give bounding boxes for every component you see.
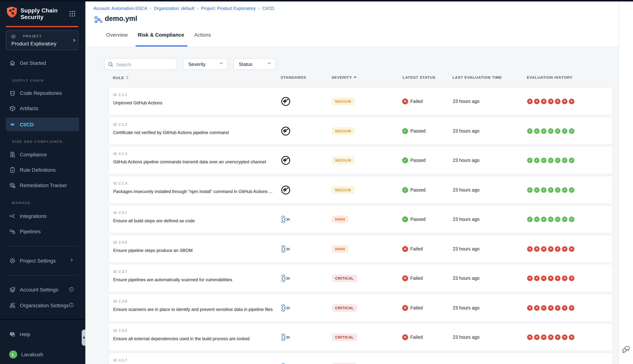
breadcrumb-separator-icon: › xyxy=(150,6,151,11)
sidebar-item-help[interactable]: ? Help xyxy=(6,328,79,340)
history-pass-icon: ✓ xyxy=(562,128,568,134)
sidebar-item-code-repositories[interactable]: Code Repositories xyxy=(6,87,79,99)
severity-badge: MEDIUM xyxy=(332,156,354,164)
severity-badge: MEDIUM xyxy=(332,98,354,105)
history-fail-icon: ✕ xyxy=(534,334,540,340)
chevron-down-icon xyxy=(267,61,272,68)
breadcrumb-project[interactable]: Project: Product Exploratory xyxy=(201,6,256,11)
severity-filter-dropdown[interactable]: Severity xyxy=(183,58,228,70)
svg-text:CIS: CIS xyxy=(284,247,290,251)
page-header: Account: Automation-SSCA › Organization:… xyxy=(85,2,618,47)
project-selector[interactable]: PROJECT Product Exploratory xyxy=(6,30,78,50)
column-header-evaluation-history[interactable]: EVALUATION HISTORY xyxy=(527,75,572,80)
sidebar-item-cicd[interactable]: CI/CD xyxy=(6,118,79,131)
clipboard-check-icon xyxy=(9,166,16,173)
history-pass-icon: ✓ xyxy=(569,187,574,192)
rule-name: Certificate not verified by GitHub Actio… xyxy=(113,130,229,135)
owasp-icon xyxy=(281,156,291,165)
sidebar-divider xyxy=(6,246,78,246)
latest-status: ✓Passed xyxy=(402,216,426,222)
column-header-severity[interactable]: SEVERITY xyxy=(332,75,357,80)
module-grid-icon[interactable] xyxy=(69,10,76,18)
tab-risk-compliance[interactable]: Risk & Compliance xyxy=(138,32,184,38)
tab-overview[interactable]: Overview xyxy=(106,32,128,38)
history-fail-icon: ✕ xyxy=(527,305,533,310)
chat-support-icon[interactable] xyxy=(622,345,630,355)
sidebar-item-label: Help xyxy=(20,332,30,337)
sidebar-item-compliance[interactable]: Compliance xyxy=(6,148,79,161)
organization-chart-icon xyxy=(9,302,16,309)
sidebar-item-label: Compliance xyxy=(20,152,47,158)
sidebar-item-rule-definitions[interactable]: Rule Definitions xyxy=(6,164,79,176)
table-row[interactable]: Id: 2.4.2 Ensure all external dependenci… xyxy=(108,323,613,351)
table-row[interactable]: Id: 3.1.7 CIS CRITICAL ✕Failed 23 hours … xyxy=(108,353,613,364)
table-row[interactable]: Id: 2.3.1 Ensure all build steps are def… xyxy=(108,205,613,233)
history-fail-icon: ✕ xyxy=(541,276,546,281)
latest-status: ✕Failed xyxy=(402,98,423,104)
rule-id: Id: 2.3.7 xyxy=(113,269,127,274)
app-title-line1: Supply Chain xyxy=(20,7,58,14)
sidebar-collapse-handle[interactable] xyxy=(82,330,85,346)
user-menu[interactable]: L Lavakush xyxy=(6,348,79,361)
project-cube-icon xyxy=(11,34,16,40)
sidebar-item-artifacts[interactable]: Artifacts xyxy=(6,102,79,114)
sort-icon xyxy=(126,75,129,80)
breadcrumb-account[interactable]: Account: Automation-SSCA xyxy=(94,6,147,11)
evaluation-time: 23 hours ago xyxy=(453,99,480,104)
artifacts-box-icon xyxy=(9,105,16,112)
sidebar-item-label: Project Settings xyxy=(20,258,56,264)
cis-icon: CIS xyxy=(281,214,291,224)
history-fail-icon: ✕ xyxy=(555,98,560,104)
table-row[interactable]: Id: 2.3.7 Ensure pipelines are automatic… xyxy=(108,264,613,292)
history-pass-icon: ✓ xyxy=(555,216,560,222)
history-fail-icon: ✕ xyxy=(541,334,546,340)
sidebar-item-integrations[interactable]: Integrations xyxy=(6,210,79,222)
failed-icon: ✕ xyxy=(402,334,408,340)
table-row[interactable]: Id: 2.4.6 Ensure pipeline steps produce … xyxy=(108,235,613,263)
brand-divider xyxy=(6,26,78,27)
table-row[interactable]: Id: 2.1.3 GitHub Actions pipeline comman… xyxy=(108,146,613,174)
evaluation-time: 23 hours ago xyxy=(453,246,480,252)
passed-icon: ✓ xyxy=(402,187,408,193)
table-row[interactable]: Id: 2.1.2 Certificate not verified by Gi… xyxy=(108,117,613,145)
status-filter-dropdown[interactable]: Status xyxy=(233,58,276,70)
status-text: Failed xyxy=(410,276,423,281)
sidebar-item-label: Pipelines xyxy=(20,228,41,234)
breadcrumb-cicd[interactable]: CI/CD xyxy=(262,6,274,11)
home-icon xyxy=(9,60,16,66)
info-icon[interactable] xyxy=(69,286,74,293)
sidebar-item-project-settings[interactable]: Project Settings xyxy=(6,254,79,267)
column-header-rule[interactable]: RULE xyxy=(113,75,129,80)
sidebar-item-get-started[interactable]: Get Started xyxy=(6,57,79,69)
search-input[interactable] xyxy=(116,59,176,70)
tab-actions[interactable]: Actions xyxy=(194,32,211,38)
column-header-standards[interactable]: STANDARDS xyxy=(280,75,306,80)
sidebar-item-account-settings[interactable]: Account Settings xyxy=(6,284,79,296)
info-icon[interactable] xyxy=(69,302,74,308)
history-fail-icon: ✕ xyxy=(562,305,568,310)
table-row[interactable]: Id: 2.1.4 Packages insecurely installed … xyxy=(108,176,613,204)
sidebar-item-pipelines[interactable]: Pipelines xyxy=(6,225,79,238)
severity-filter-label: Severity xyxy=(188,61,206,67)
status-text: Failed xyxy=(410,334,423,340)
history-pass-icon: ✓ xyxy=(541,187,546,192)
svg-text:CIS: CIS xyxy=(284,276,290,280)
history-fail-icon: ✕ xyxy=(555,276,560,281)
column-header-latest-status[interactable]: LATEST STATUS xyxy=(402,75,436,80)
sidebar-item-label: Get Started xyxy=(20,60,46,66)
owasp-icon xyxy=(281,96,291,106)
table-row[interactable]: Id: 2.3.8 Ensure scanners are in place t… xyxy=(108,294,613,322)
sort-desc-icon xyxy=(354,76,357,78)
history-pass-icon: ✓ xyxy=(555,158,560,163)
table-row[interactable]: Id: 2.1.1 Unpinned GitHub Actions MEDIUM… xyxy=(108,87,613,115)
sidebar-item-organization-settings[interactable]: Organization Settings xyxy=(6,299,79,312)
svg-text:CIS: CIS xyxy=(284,217,290,221)
history-pass-icon: ✓ xyxy=(562,187,568,192)
history-fail-icon: ✕ xyxy=(555,305,560,310)
column-header-last-evaluation-time[interactable]: LAST EVALUATION TIME xyxy=(452,75,502,80)
severity-badge: CRITICAL xyxy=(332,274,357,282)
sidebar-item-remediation-tracker[interactable]: Remediation Tracker xyxy=(6,179,79,192)
right-utility-strip xyxy=(618,2,633,364)
search-field[interactable] xyxy=(104,58,176,70)
breadcrumb-organization[interactable]: Organization: default xyxy=(154,6,194,11)
